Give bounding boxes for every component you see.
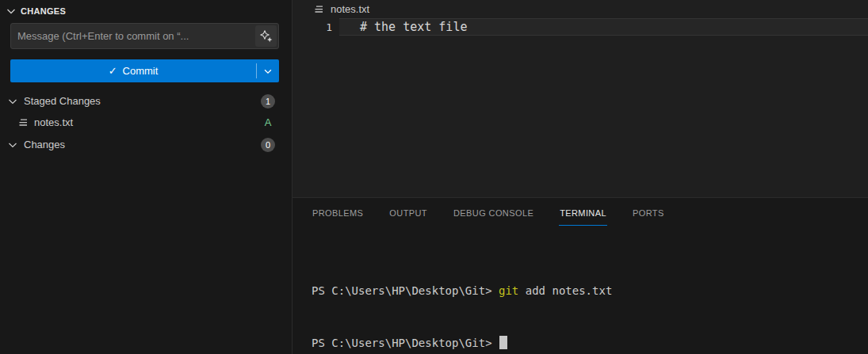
panel-tab-bar: PROBLEMS OUTPUT DEBUG CONSOLE TERMINAL P… <box>293 198 868 226</box>
staged-file-name: notes.txt <box>34 116 261 128</box>
commit-message-box <box>10 23 279 49</box>
changes-section-title: CHANGES <box>21 6 66 16</box>
terminal-cursor <box>499 336 507 349</box>
terminal-command: git <box>499 284 518 297</box>
tab-ports[interactable]: PORTS <box>632 200 665 226</box>
tab-terminal[interactable]: TERMINAL <box>559 200 607 226</box>
chevron-down-icon <box>6 95 19 108</box>
source-control-sidebar: CHANGES ✓ Commit Staged Chang <box>0 0 293 354</box>
terminal-content[interactable]: PS C:\Users\HP\Desktop\Git> git add note… <box>293 247 868 354</box>
changes-count-badge: 0 <box>261 138 275 152</box>
tab-output[interactable]: OUTPUT <box>388 200 428 226</box>
staged-count-badge: 1 <box>261 94 275 108</box>
changes-group[interactable]: Changes 0 <box>0 135 293 154</box>
chevron-down-icon <box>6 139 19 151</box>
breadcrumb-file-name: notes.txt <box>331 3 369 15</box>
commit-button-label: Commit <box>123 65 159 77</box>
terminal-prompt: PS C:\Users\HP\Desktop\Git> <box>312 284 499 297</box>
line-number: 1 <box>293 18 339 36</box>
staged-file-row[interactable]: notes.txt A <box>0 113 293 131</box>
commit-message-input[interactable] <box>11 30 255 42</box>
terminal-line: PS C:\Users\HP\Desktop\Git> <box>312 334 868 352</box>
bottom-panel: PROBLEMS OUTPUT DEBUG CONSOLE TERMINAL P… <box>293 197 868 354</box>
chevron-down-icon <box>262 66 273 77</box>
breadcrumb[interactable]: notes.txt <box>293 0 868 18</box>
changes-label: Changes <box>24 139 261 150</box>
chevron-down-icon <box>5 5 17 17</box>
commit-button-main[interactable]: ✓ Commit <box>10 59 256 82</box>
commit-button[interactable]: ✓ Commit <box>10 59 279 82</box>
editor-pane: notes.txt 1 # the text file <box>293 0 868 197</box>
sparkle-icon <box>259 29 273 44</box>
generate-commit-message-button[interactable] <box>255 25 277 47</box>
changes-section-header[interactable]: CHANGES <box>0 0 292 19</box>
terminal-args: add notes.txt <box>518 284 612 297</box>
check-icon: ✓ <box>109 65 117 77</box>
file-icon <box>17 116 29 129</box>
editor-current-line[interactable]: # the text file <box>339 18 868 36</box>
commit-dropdown-button[interactable] <box>257 59 279 82</box>
terminal-prompt: PS C:\Users\HP\Desktop\Git> <box>312 337 499 349</box>
tab-problems[interactable]: PROBLEMS <box>312 200 364 226</box>
staged-changes-group[interactable]: Staged Changes 1 <box>0 92 293 110</box>
tab-debug-console[interactable]: DEBUG CONSOLE <box>453 200 534 226</box>
code-text: # the text file <box>360 20 467 34</box>
staged-changes-label: Staged Changes <box>24 95 261 107</box>
file-icon <box>312 3 325 16</box>
terminal-line: PS C:\Users\HP\Desktop\Git> git add note… <box>312 282 868 299</box>
git-status-added: A <box>261 116 275 128</box>
